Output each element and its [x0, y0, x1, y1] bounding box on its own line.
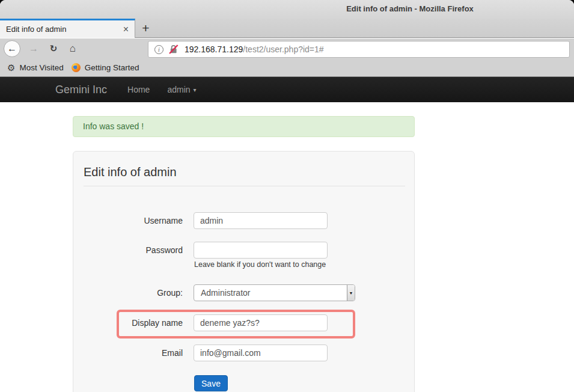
email-label: Email: [73, 345, 183, 361]
site-navbar: Gemini Inc Home admin ▾: [0, 77, 574, 102]
edit-form-panel: Edit info of admin Username Password Lea…: [73, 151, 415, 392]
gear-icon: ⚙: [7, 63, 15, 72]
username-label: Username: [73, 212, 183, 229]
caret-down-icon: ▾: [194, 87, 197, 93]
select-arrow-icon: ▼: [349, 291, 353, 295]
insecure-connection-icon[interactable]: [168, 44, 179, 54]
password-row: Password: [73, 242, 415, 259]
tab-close-icon[interactable]: ×: [122, 25, 130, 34]
display-name-row: Display name: [73, 314, 415, 331]
nav-user-label: admin: [167, 85, 190, 94]
username-input[interactable]: [194, 212, 328, 229]
nav-home-link[interactable]: Home: [127, 85, 150, 94]
group-select-value: Administrator: [201, 288, 347, 298]
heading-divider: [84, 186, 405, 186]
tab-title: Edit info of admin: [6, 25, 122, 34]
nav-user-dropdown[interactable]: admin ▾: [167, 85, 196, 94]
tab-edit-info[interactable]: Edit info of admin ×: [0, 19, 135, 38]
back-button[interactable]: ←: [4, 40, 20, 57]
reload-button[interactable]: ↻: [47, 43, 60, 54]
password-label: Password: [73, 242, 183, 259]
password-input[interactable]: [194, 242, 328, 259]
email-input[interactable]: [194, 345, 328, 361]
bookmark-most-visited[interactable]: Most Visited: [19, 63, 63, 72]
url-text[interactable]: 192.168.71.129/test2/user.php?id=1#: [185, 44, 324, 54]
page-content: Gemini Inc Home admin ▾ Info was saved !…: [0, 77, 574, 392]
display-name-input[interactable]: [194, 314, 328, 331]
group-row: Group: Administrator ▼: [73, 284, 415, 301]
bookmarks-toolbar: ⚙ Most Visited Getting Started: [0, 58, 574, 77]
panel-heading: Edit info of admin: [84, 165, 177, 179]
navigation-toolbar: ← → ↻ ⌂ i 192.168.71.129/test2/user.php?…: [0, 38, 574, 58]
firefox-icon: [72, 63, 81, 72]
group-label: Group:: [73, 284, 183, 301]
home-button[interactable]: ⌂: [67, 43, 79, 55]
url-path: /test2/user.php?id=1#: [243, 44, 323, 54]
forward-button[interactable]: →: [28, 43, 40, 54]
group-select[interactable]: Administrator ▼: [194, 284, 355, 301]
email-row: Email: [73, 345, 415, 361]
username-row: Username: [73, 212, 415, 229]
brand-link[interactable]: Gemini Inc: [55, 84, 107, 96]
url-bar[interactable]: i 192.168.71.129/test2/user.php?id=1#: [148, 41, 570, 58]
site-info-icon[interactable]: i: [154, 45, 163, 54]
firefox-window: Edit info of admin - Mozilla Firefox Edi…: [0, 0, 574, 392]
display-name-label: Display name: [73, 314, 183, 331]
new-tab-button[interactable]: +: [136, 19, 156, 37]
bookmark-getting-started[interactable]: Getting Started: [85, 63, 139, 72]
select-dropdown-button[interactable]: ▼: [347, 285, 355, 301]
save-button[interactable]: Save: [194, 375, 228, 391]
window-titlebar[interactable]: Edit info of admin - Mozilla Firefox: [0, 0, 574, 19]
password-help-text: Leave blank if you don't want to change: [194, 260, 326, 269]
window-title: Edit info of admin - Mozilla Firefox: [346, 4, 474, 13]
url-host: 192.168.71.129: [185, 44, 243, 54]
tab-strip: Edit info of admin × +: [0, 19, 574, 38]
success-alert: Info was saved !: [73, 116, 415, 137]
